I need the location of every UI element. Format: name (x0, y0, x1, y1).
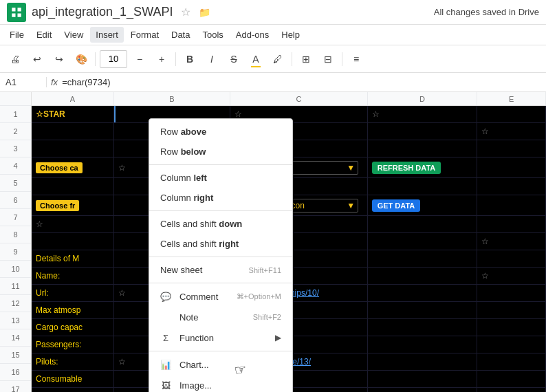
cell-d4[interactable]: REFRESH DATA (368, 157, 478, 177)
menu-insert[interactable]: Insert (90, 27, 124, 43)
menu-help[interactable]: Help (276, 27, 305, 43)
row-num-1[interactable]: 1 (0, 106, 31, 123)
borders-button[interactable]: ⊞ (296, 50, 316, 69)
cell-e16[interactable] (477, 371, 546, 387)
font-size[interactable]: 10 (100, 50, 127, 68)
cell-d16[interactable] (368, 371, 478, 387)
menu-file[interactable]: File (4, 27, 30, 43)
merge-button[interactable]: ⊟ (318, 50, 338, 69)
cell-a10[interactable]: Name: (32, 268, 114, 284)
cell-d2[interactable] (368, 123, 478, 140)
menu-addons[interactable]: Add-ons (230, 27, 274, 43)
cell-d7[interactable] (368, 216, 478, 232)
row-num-9[interactable]: 9 (0, 243, 31, 261)
refresh-button[interactable]: REFRESH DATA (372, 162, 441, 174)
font-size-dec[interactable]: − (130, 50, 149, 69)
row-num-16[interactable]: 16 (0, 364, 31, 381)
cell-reference[interactable]: A1 (6, 77, 47, 87)
row-num-4[interactable]: 4 (0, 157, 31, 175)
cell-e3[interactable] (477, 140, 546, 157)
row-num-3[interactable]: 3 (0, 140, 31, 157)
insert-chart[interactable]: 📊 Chart... (149, 354, 292, 375)
insert-row-below[interactable]: Row below (149, 142, 292, 162)
insert-col-right[interactable]: Column right (149, 188, 292, 208)
cell-a8[interactable] (32, 233, 114, 250)
row-num-2[interactable]: 2 (0, 123, 31, 140)
menu-data[interactable]: Data (166, 27, 195, 43)
cell-e1[interactable] (477, 106, 546, 122)
row-num-11[interactable]: 11 (0, 278, 31, 295)
font-size-inc[interactable]: + (152, 50, 171, 69)
cell-e12[interactable] (477, 302, 546, 318)
cell-a2[interactable] (32, 123, 114, 140)
cell-d12[interactable] (368, 302, 478, 318)
cell-a5[interactable] (32, 178, 114, 195)
cell-d1[interactable]: ☆ (368, 106, 478, 122)
folder-icon[interactable]: 📁 (199, 7, 210, 18)
col-header-b[interactable]: B (114, 92, 231, 105)
paint-format-button[interactable]: 🎨 (72, 50, 91, 69)
insert-cells-down[interactable]: Cells and shift down (149, 214, 292, 234)
cell-e6[interactable] (477, 195, 546, 215)
menu-tools[interactable]: Tools (197, 27, 228, 43)
cell-e15[interactable] (477, 353, 546, 370)
cell-d3[interactable] (368, 140, 478, 157)
cell-a13[interactable]: Cargo capac (32, 319, 114, 336)
col-header-a[interactable]: A (32, 92, 114, 105)
cell-d10[interactable] (368, 268, 478, 284)
row-num-14[interactable]: 14 (0, 329, 31, 347)
cell-a9[interactable]: Details of M (32, 250, 114, 267)
redo-button[interactable]: ↪ (50, 50, 69, 69)
col-header-e[interactable]: E (477, 92, 546, 105)
cell-e5[interactable] (477, 178, 546, 195)
menu-format[interactable]: Format (125, 27, 164, 43)
row-num-6[interactable]: 6 (0, 192, 31, 209)
insert-comment[interactable]: 💬 Comment ⌘+Option+M (149, 286, 292, 307)
cell-d17[interactable] (368, 388, 478, 392)
insert-row-above[interactable]: Row above (149, 122, 292, 142)
col-header-d[interactable]: D (368, 92, 478, 105)
cell-e8[interactable]: ☆ (477, 233, 546, 250)
cell-e7[interactable] (477, 216, 546, 232)
bold-button[interactable]: B (180, 50, 199, 69)
cell-a16[interactable]: Consumable (32, 371, 114, 387)
row-num-12[interactable]: 12 (0, 295, 31, 312)
align-button[interactable]: ≡ (347, 50, 366, 69)
cell-e4[interactable] (477, 157, 546, 177)
cell-d5[interactable] (368, 178, 478, 195)
row-num-10[interactable]: 10 (0, 261, 31, 278)
insert-cells-right[interactable]: Cells and shift right (149, 234, 292, 254)
cell-a15[interactable]: Pilots: (32, 353, 114, 370)
cell-a17[interactable]: MGLT: (32, 388, 114, 392)
cell-e11[interactable] (477, 285, 546, 301)
menu-view[interactable]: View (58, 27, 89, 43)
cell-e10[interactable]: ☆ (477, 268, 546, 284)
get-data-button[interactable]: GET DATA (372, 199, 421, 212)
cell-a11[interactable]: Url: (32, 285, 114, 301)
strikethrough-button[interactable]: S (224, 50, 243, 69)
row-num-8[interactable]: 8 (0, 226, 31, 243)
cell-a3[interactable] (32, 140, 114, 157)
cell-a7[interactable]: ☆ (32, 216, 114, 232)
highlight-button[interactable]: 🖊 (268, 50, 287, 69)
insert-function[interactable]: Σ Function ▶ (149, 327, 292, 348)
row-num-7[interactable]: 7 (0, 209, 31, 226)
cell-d14[interactable] (368, 336, 478, 353)
italic-button[interactable]: I (202, 50, 221, 69)
cell-d8[interactable] (368, 233, 478, 250)
cell-e9[interactable] (477, 250, 546, 267)
cell-d6[interactable]: GET DATA (368, 195, 478, 215)
col-header-c[interactable]: C (230, 92, 367, 105)
cell-e17[interactable]: ☆ (477, 388, 546, 392)
undo-button[interactable]: ↩ (28, 50, 47, 69)
cell-d11[interactable] (368, 285, 478, 301)
print-button[interactable]: 🖨 (6, 50, 25, 69)
cell-a12[interactable]: Max atmosp (32, 302, 114, 318)
cell-a4[interactable]: Choose ca (32, 157, 114, 177)
row-num-15[interactable]: 15 (0, 347, 31, 364)
font-color-button[interactable]: A (246, 50, 265, 69)
insert-note[interactable]: Note Shift+F2 (149, 307, 292, 327)
formula-content[interactable]: =char(9734) (62, 77, 110, 87)
cell-d13[interactable] (368, 319, 478, 336)
cell-e2[interactable]: ☆ (477, 123, 546, 140)
